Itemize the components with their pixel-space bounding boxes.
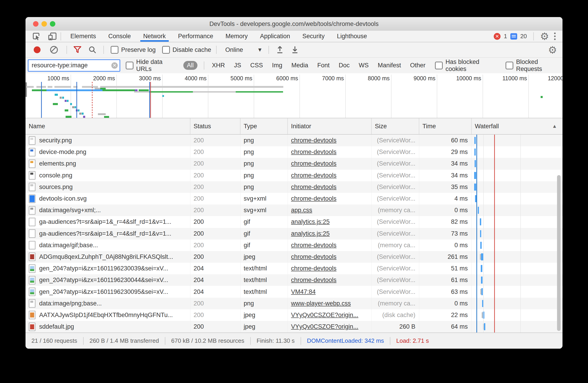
initiator-cell[interactable]: www-player-webp.css — [288, 298, 372, 309]
column-header-status[interactable]: Status — [190, 118, 240, 134]
waterfall-cell[interactable] — [472, 181, 563, 193]
filter-pill-js[interactable]: JS — [233, 61, 243, 70]
search-icon[interactable] — [88, 46, 97, 54]
console-messages-icon[interactable] — [510, 33, 517, 39]
more-options-icon[interactable] — [552, 33, 557, 40]
filter-pill-manifest[interactable]: Manifest — [377, 61, 402, 70]
table-row[interactable]: security.png200pngchrome-devtools(Servic… — [25, 135, 563, 146]
waterfall-cell[interactable] — [472, 158, 563, 170]
column-header-size[interactable]: Size — [372, 118, 419, 134]
request-name-cell[interactable]: ga-audiences?t=sr&aip=1&_r=4&slf_rd=1&v=… — [25, 216, 190, 228]
filter-toggle-icon[interactable] — [73, 46, 82, 54]
filter-pill-doc[interactable]: Doc — [337, 61, 351, 70]
request-name-cell[interactable]: elements.png — [25, 158, 190, 170]
export-har-icon[interactable] — [291, 46, 298, 54]
request-name-cell[interactable]: device-mode.png — [25, 146, 190, 158]
filter-pill-img[interactable]: Img — [271, 61, 284, 70]
initiator-cell[interactable]: chrome-devtools — [288, 146, 372, 158]
table-row[interactable]: data:image/svg+xml;...200svg+xmlapp.css(… — [25, 205, 563, 216]
waterfall-cell[interactable] — [472, 205, 563, 216]
preserve-log-checkbox[interactable] — [111, 46, 118, 54]
initiator-cell[interactable]: chrome-devtools — [288, 251, 372, 263]
filter-pill-css[interactable]: CSS — [249, 61, 264, 70]
clear-button[interactable] — [50, 46, 58, 54]
throttling-caret-icon[interactable]: ▼ — [257, 47, 263, 53]
initiator-cell[interactable]: chrome-devtools — [288, 135, 372, 146]
table-row[interactable]: data:image/png;base...200pngwww-player-w… — [25, 298, 563, 309]
tab-elements[interactable]: Elements — [64, 31, 102, 42]
table-row[interactable]: gen_204?atyp=i&zx=1601196230039&sei=xV..… — [25, 263, 563, 274]
initiator-cell[interactable]: analytics.js:25 — [288, 216, 372, 228]
table-row[interactable]: elements.png200pngchrome-devtools(Servic… — [25, 158, 563, 170]
initiator-cell[interactable]: chrome-devtools — [288, 274, 372, 286]
waterfall-cell[interactable] — [472, 193, 563, 205]
waterfall-cell[interactable] — [472, 251, 563, 263]
initiator-cell[interactable]: chrome-devtools — [288, 170, 372, 181]
filter-pill-other[interactable]: Other — [409, 61, 427, 70]
column-header-type[interactable]: Type — [240, 118, 288, 134]
table-row[interactable]: console.png200pngchrome-devtools(Service… — [25, 170, 563, 181]
initiator-cell[interactable]: chrome-devtools — [288, 263, 372, 274]
table-row[interactable]: ga-audiences?t=sr&aip=1&_r=4&slf_rd=1&v=… — [25, 216, 563, 228]
request-name-cell[interactable]: gen_204?atyp=i&zx=1601196230039&sei=xV..… — [25, 263, 190, 274]
filter-pill-media[interactable]: Media — [290, 61, 310, 70]
initiator-cell[interactable]: chrome-devtools — [288, 193, 372, 205]
request-name-cell[interactable]: security.png — [25, 135, 190, 146]
column-header-initiator[interactable]: Initiator — [288, 118, 372, 134]
network-settings-gear-icon[interactable]: ⚙ — [548, 45, 557, 55]
inspect-element-icon[interactable] — [31, 32, 42, 41]
error-badge-icon[interactable]: ✕ — [494, 33, 501, 40]
tab-security[interactable]: Security — [296, 31, 331, 42]
initiator-cell[interactable]: VM47:84 — [288, 286, 372, 297]
request-name-cell[interactable]: data:image/gif;base... — [25, 239, 190, 251]
initiator-cell[interactable]: VYyQv0CSZOE?origin... — [288, 309, 372, 321]
filter-input[interactable] — [31, 62, 109, 69]
column-header-waterfall[interactable]: Waterfall ▲ — [472, 118, 563, 134]
waterfall-cell[interactable] — [472, 239, 563, 251]
waterfall-cell[interactable] — [472, 135, 563, 146]
waterfall-cell[interactable] — [472, 263, 563, 274]
waterfall-cell[interactable] — [472, 170, 563, 181]
request-name-cell[interactable]: devtools-icon.svg — [25, 193, 190, 205]
table-row[interactable]: sources.png200pngchrome-devtools(Service… — [25, 181, 563, 193]
sort-ascending-icon[interactable]: ▲ — [552, 123, 557, 129]
disable-cache-checkbox[interactable] — [162, 46, 170, 54]
initiator-cell[interactable]: app.css — [288, 205, 372, 216]
request-name-cell[interactable]: ga-audiences?t=sr&aip=1&_r=4&slf_rd=1&v=… — [25, 228, 190, 239]
tab-console[interactable]: Console — [102, 31, 137, 42]
tab-network[interactable]: Network — [137, 31, 172, 42]
settings-gear-icon[interactable]: ⚙ — [540, 31, 549, 41]
table-row[interactable]: gen_204?atyp=i&zx=1601196230095&sei=xV..… — [25, 286, 563, 297]
tab-lighthouse[interactable]: Lighthouse — [331, 31, 373, 42]
filter-pill-font[interactable]: Font — [316, 61, 331, 70]
waterfall-cell[interactable] — [472, 274, 563, 286]
request-name-cell[interactable]: AATXAJywSIpD1jf4EbqHXTfbe0mnyHqGFNTu... — [25, 309, 190, 321]
table-row[interactable]: data:image/gif;base...200gifchrome-devto… — [25, 239, 563, 251]
request-name-cell[interactable]: gen_204?atyp=i&zx=1601196230095&sei=xV..… — [25, 286, 190, 297]
initiator-cell[interactable]: chrome-devtools — [288, 158, 372, 170]
tab-application[interactable]: Application — [254, 31, 296, 42]
clear-filter-icon[interactable]: ✕ — [111, 62, 118, 69]
tab-memory[interactable]: Memory — [219, 31, 254, 42]
request-name-cell[interactable]: sddefault.jpg — [25, 321, 190, 332]
throttling-select[interactable]: Online — [225, 46, 243, 54]
vertical-scrollbar[interactable] — [557, 175, 561, 331]
hide-data-urls-checkbox[interactable] — [126, 62, 133, 69]
initiator-cell[interactable]: VYyQv0CSZOE?origin... — [288, 321, 372, 332]
request-name-cell[interactable]: ADGmqu8qexLZuhphT_0Aj88Ng8riLFKASQlslt..… — [25, 251, 190, 263]
filter-pill-ws[interactable]: WS — [357, 61, 370, 70]
record-button[interactable] — [34, 46, 41, 53]
device-toolbar-icon[interactable] — [47, 32, 57, 41]
filter-pill-xhr[interactable]: XHR — [211, 61, 226, 70]
waterfall-cell[interactable] — [472, 146, 563, 158]
table-row[interactable]: device-mode.png200pngchrome-devtools(Ser… — [25, 146, 563, 158]
initiator-cell[interactable]: analytics.js:25 — [288, 228, 372, 239]
request-name-cell[interactable]: sources.png — [25, 181, 190, 193]
table-row[interactable]: sddefault.jpg200jpegVYyQv0CSZOE?origin..… — [25, 321, 563, 332]
network-overview[interactable]: 1000 ms2000 ms3000 ms4000 ms5000 ms6000 … — [25, 73, 563, 118]
table-row[interactable]: ADGmqu8qexLZuhphT_0Aj88Ng8riLFKASQlslt..… — [25, 251, 563, 263]
has-blocked-cookies-checkbox[interactable] — [435, 62, 443, 69]
request-name-cell[interactable]: data:image/svg+xml;... — [25, 205, 190, 216]
import-har-icon[interactable] — [276, 46, 284, 54]
waterfall-cell[interactable] — [472, 216, 563, 228]
